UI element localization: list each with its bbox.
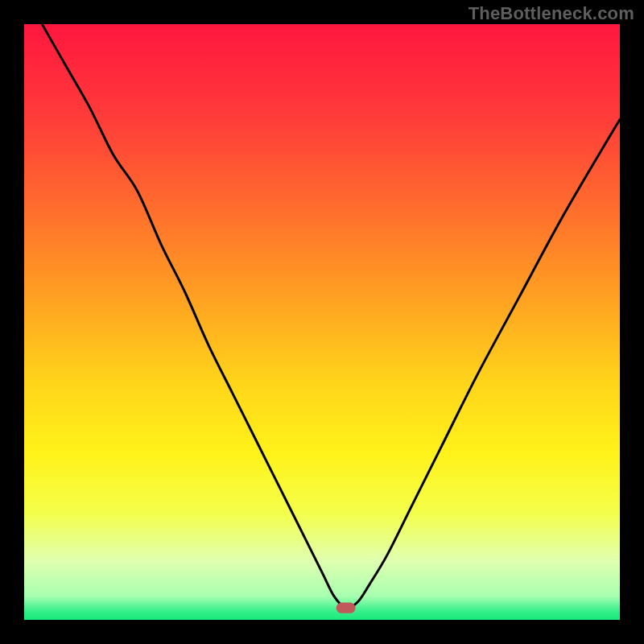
- optimal-marker: [336, 603, 356, 613]
- watermark-label: TheBottleneck.com: [469, 3, 634, 24]
- bottleneck-chart: [24, 24, 620, 620]
- chart-background: [24, 24, 620, 620]
- chart-frame: TheBottleneck.com: [0, 0, 644, 644]
